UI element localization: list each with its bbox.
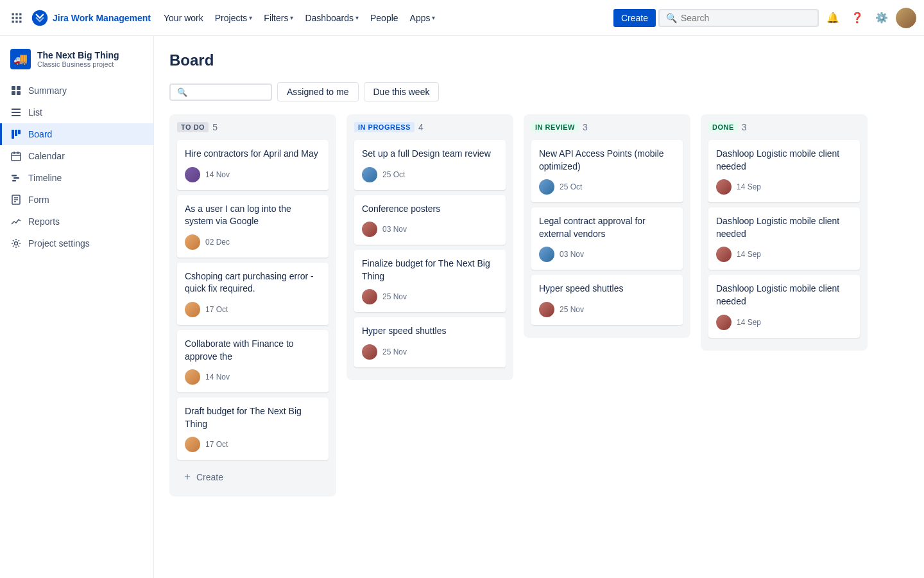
card-inprogress-3[interactable]: Hyper speed shuttles 25 Nov [354, 317, 506, 367]
notifications-button[interactable]: 🔔 [823, 8, 843, 28]
nav-your-work[interactable]: Your work [158, 10, 209, 26]
sidebar-item-timeline[interactable]: Timeline [0, 167, 153, 189]
create-button[interactable]: Create [613, 9, 656, 27]
sidebar-item-list[interactable]: List [0, 101, 153, 123]
nav-apps[interactable]: Apps ▾ [405, 10, 441, 26]
column-header-inprogress: IN PROGRESS 4 [354, 122, 506, 132]
nav-people[interactable]: People [365, 10, 404, 26]
nav-projects[interactable]: Projects ▾ [210, 10, 258, 26]
card-meta: 25 Nov [539, 302, 675, 317]
topnav-right: 🔍 🔔 ❓ ⚙️ [658, 8, 916, 28]
svg-rect-25 [12, 180, 16, 182]
svg-rect-9 [12, 86, 15, 90]
card-avatar [539, 247, 554, 262]
card-todo-1[interactable]: As a user I can log into the system via … [177, 195, 329, 258]
card-meta: 14 Nov [185, 369, 321, 385]
svg-rect-4 [15, 17, 17, 19]
card-avatar [185, 437, 200, 452]
project-name: The Next Big Thing [37, 50, 119, 60]
card-title: Finalize budget for The Next Big Thing [362, 258, 498, 283]
grid-icon[interactable] [8, 9, 26, 27]
card-title: Legal contract approval for external ven… [539, 215, 675, 240]
sidebar-item-calendar[interactable]: Calendar [0, 145, 153, 167]
logo[interactable]: Jira Work Management [31, 9, 151, 27]
svg-rect-24 [13, 177, 19, 179]
card-title: Hyper speed shuttles [539, 283, 675, 295]
card-date: 14 Sep [737, 318, 761, 327]
due-this-week-button[interactable]: Due this week [364, 82, 440, 101]
sidebar-item-label: Calendar [28, 151, 65, 161]
sidebar-item-reports[interactable]: Reports [0, 211, 153, 232]
svg-rect-23 [12, 175, 17, 177]
card-date: 14 Nov [205, 372, 230, 381]
board-icon [10, 128, 22, 140]
card-avatar [716, 179, 732, 195]
card-inprogress-2[interactable]: Finalize budget for The Next Big Thing 2… [354, 250, 506, 312]
layout: 🚚 The Next Big Thing Classic Business pr… [0, 36, 924, 578]
column-header-todo: TO DO 5 [177, 122, 329, 132]
card-title: New API Access Points (mobile optimized) [539, 148, 675, 173]
column-count-done: 3 [742, 122, 747, 132]
nav-filters[interactable]: Filters ▾ [259, 10, 298, 26]
svg-rect-16 [12, 130, 14, 139]
card-inreview-2[interactable]: Hyper speed shuttles 25 Nov [531, 275, 683, 325]
card-avatar [362, 289, 377, 304]
sidebar-item-label: Project settings [28, 238, 90, 249]
card-inprogress-0[interactable]: Set up a full Design team review 25 Oct [354, 140, 506, 190]
svg-rect-10 [17, 86, 21, 90]
list-icon [10, 107, 22, 118]
project-type: Classic Business project [37, 60, 119, 68]
card-date: 25 Nov [560, 305, 584, 314]
nav-dashboards[interactable]: Dashboards ▾ [300, 10, 364, 26]
settings-button[interactable]: ⚙️ [871, 8, 892, 28]
card-date: 03 Nov [382, 225, 407, 234]
chevron-down-icon: ▾ [249, 14, 252, 21]
card-done-1[interactable]: Dashloop Logistic mobile client needed 1… [708, 207, 860, 270]
card-todo-3[interactable]: Collaborate with Finance to approve the … [177, 330, 329, 392]
svg-point-30 [15, 242, 18, 245]
svg-rect-2 [19, 13, 21, 15]
card-inprogress-1[interactable]: Conference posters 03 Nov [354, 195, 506, 245]
card-done-0[interactable]: Dashloop Logistic mobile client needed 1… [708, 140, 860, 202]
logo-text: Jira Work Management [53, 13, 151, 23]
assigned-to-me-button[interactable]: Assigned to me [277, 82, 359, 101]
board-search-input[interactable] [191, 87, 255, 97]
sidebar-item-project-settings[interactable]: Project settings [0, 232, 153, 254]
search-icon: 🔍 [177, 87, 187, 97]
avatar[interactable] [896, 8, 916, 28]
card-meta: 25 Nov [362, 344, 498, 360]
card-meta: 02 Dec [185, 234, 321, 250]
search-input[interactable] [681, 13, 811, 23]
card-title: Dashloop Logistic mobile client needed [716, 215, 852, 240]
search-box[interactable]: 🔍 [658, 9, 819, 27]
svg-rect-1 [15, 13, 17, 15]
svg-rect-13 [12, 109, 21, 110]
card-title: As a user I can log into the system via … [185, 203, 321, 228]
card-todo-2[interactable]: Cshoping cart purchasing error - quick f… [177, 263, 329, 325]
card-avatar [539, 302, 554, 317]
card-todo-4[interactable]: Draft budget for The Next Big Thing 17 O… [177, 398, 329, 460]
column-inreview: IN REVIEW 3 New API Access Points (mobil… [524, 114, 690, 338]
card-inreview-1[interactable]: Legal contract approval for external ven… [531, 207, 683, 270]
create-card-button[interactable]: ＋ Create [177, 465, 329, 489]
card-meta: 03 Nov [362, 222, 498, 237]
chevron-down-icon: ▾ [432, 14, 435, 21]
sidebar-item-summary[interactable]: Summary [0, 80, 153, 101]
svg-rect-7 [15, 21, 17, 22]
column-label-done: DONE [708, 122, 738, 132]
card-todo-0[interactable]: Hire contractors for April and May 14 No… [177, 140, 329, 190]
sidebar-item-form[interactable]: Form [0, 189, 153, 211]
sidebar-item-label: Board [28, 129, 52, 139]
page-title: Board [169, 51, 909, 69]
card-avatar [716, 247, 732, 262]
card-inreview-0[interactable]: New API Access Points (mobile optimized)… [531, 140, 683, 202]
card-date: 14 Sep [737, 182, 761, 191]
filter-search-box[interactable]: 🔍 [169, 83, 272, 101]
card-done-2[interactable]: Dashloop Logistic mobile client needed 1… [708, 275, 860, 337]
card-date: 03 Nov [560, 250, 584, 259]
card-date: 25 Oct [560, 182, 582, 191]
card-title: Hyper speed shuttles [362, 325, 498, 338]
sidebar-item-board[interactable]: Board [0, 123, 153, 145]
help-button[interactable]: ❓ [847, 8, 868, 28]
sidebar-item-label: Form [28, 195, 49, 205]
